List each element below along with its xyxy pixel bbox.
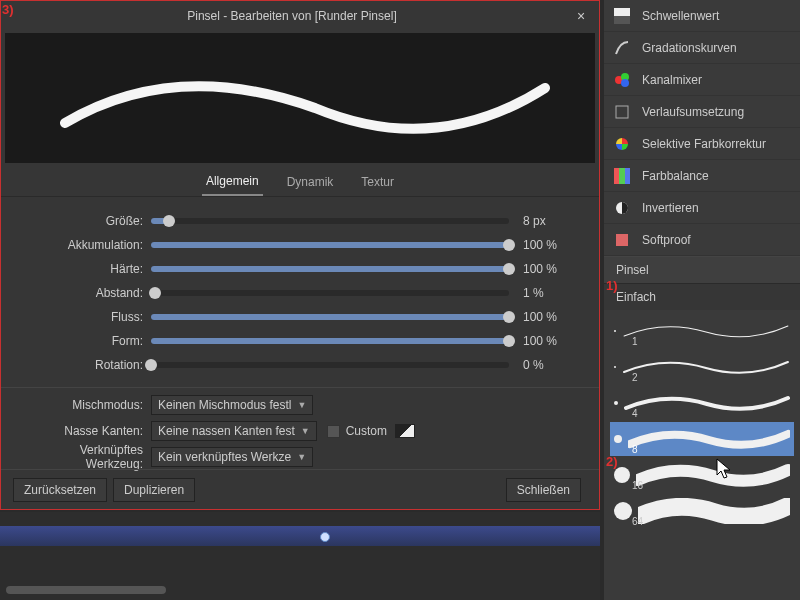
svg-rect-8 [614,168,619,184]
adjustment-label: Verlaufsumsetzung [642,105,744,119]
slider-6[interactable] [151,362,509,368]
brush-list: 1 2 4 8 16 64 [604,310,800,534]
brush-edit-dialog: Pinsel - Bearbeiten von [Runder Pinsel] … [0,0,600,510]
chevron-down-icon: ▼ [297,452,306,462]
adjustment-label: Invertieren [642,201,699,215]
slider-value-4: 100 % [509,310,579,324]
slider-0[interactable] [151,218,509,224]
brush-dot-icon [614,330,616,332]
slider-label-3: Abstand: [21,286,151,300]
adjustment-icon [614,8,630,24]
brush-dot-icon [614,435,622,443]
brush-category[interactable]: Einfach [604,284,800,310]
brush-item-1[interactable]: 1 [610,314,794,348]
adjustment-icon [614,168,630,184]
brush-stroke-icon [624,390,790,416]
right-panel: SchwellenwertGradationskurvenKanalmixerV… [604,0,800,600]
brush-dot-icon [614,366,616,368]
brush-size-label: 4 [632,408,638,419]
brush-size-label: 2 [632,372,638,383]
dialog-footer: Zurücksetzen Duplizieren Schließen [1,469,599,509]
brush-item-2[interactable]: 2 [610,350,794,384]
adjustment-invertieren[interactable]: Invertieren [604,192,800,224]
brush-panel-title[interactable]: Pinsel [604,256,800,284]
slider-2[interactable] [151,266,509,272]
slider-label-5: Form: [21,334,151,348]
brush-dot-icon [614,467,630,483]
titlebar[interactable]: Pinsel - Bearbeiten von [Runder Pinsel] … [1,1,599,31]
slider-label-0: Größe: [21,214,151,228]
svg-rect-9 [619,168,625,184]
slider-value-1: 100 % [509,238,579,252]
adjustment-icon [614,72,630,88]
cursor-icon [716,458,734,480]
tab-texture[interactable]: Textur [357,169,398,195]
brush-item-4[interactable]: 4 [610,386,794,420]
adjustment-kanalmixer[interactable]: Kanalmixer [604,64,800,96]
custom-label: Custom [346,424,387,438]
brush-item-16[interactable]: 16 [610,458,794,492]
adjustments-list: SchwellenwertGradationskurvenKanalmixerV… [604,0,800,256]
tab-general[interactable]: Allgemein [202,168,263,196]
wet-edges-select[interactable]: Keine nassen Kanten fest▼ [151,421,317,441]
tabs: Allgemein Dynamik Textur [1,167,599,197]
slider-value-6: 0 % [509,358,579,372]
svg-point-4 [621,79,629,87]
custom-checkbox[interactable] [327,425,340,438]
adjustment-schwellenwert[interactable]: Schwellenwert [604,0,800,32]
slider-4[interactable] [151,314,509,320]
brush-size-label: 8 [632,444,638,455]
adjustment-label: Selektive Farbkorrektur [642,137,766,151]
tab-dynamic[interactable]: Dynamik [283,169,338,195]
adjustment-label: Kanalmixer [642,73,702,87]
slider-1[interactable] [151,242,509,248]
brush-stroke-icon [638,498,790,524]
slider-value-2: 100 % [509,262,579,276]
wet-label: Nasse Kanten: [21,424,151,438]
brush-item-8[interactable]: 8 [610,422,794,456]
blend-label: Mischmodus: [21,398,151,412]
svg-rect-0 [614,8,630,16]
svg-rect-5 [616,106,628,118]
chevron-down-icon: ▼ [301,426,310,436]
duplicate-button[interactable]: Duplizieren [113,478,195,502]
linked-tool-select[interactable]: Kein verknüpftes Werkze▼ [151,447,313,467]
timeline-playhead[interactable] [320,532,330,542]
chevron-down-icon: ▼ [297,400,306,410]
svg-rect-12 [616,234,628,246]
selects-section: Mischmodus: Keinen Mischmodus festl▼ Nas… [1,387,599,476]
reset-button[interactable]: Zurücksetzen [13,478,107,502]
adjustment-icon [614,232,630,248]
svg-rect-1 [614,16,630,24]
adjustment-icon [614,104,630,120]
adjustment-gradationskurven[interactable]: Gradationskurven [604,32,800,64]
stroke-preview-icon [55,63,555,143]
adjustment-softproof[interactable]: Softproof [604,224,800,256]
svg-rect-10 [625,168,630,184]
blend-mode-select[interactable]: Keinen Mischmodus festl▼ [151,395,313,415]
brush-stroke-icon [622,318,790,344]
timeline-scrollbar[interactable] [6,586,166,594]
dialog-title: Pinsel - Bearbeiten von [Runder Pinsel] [13,9,571,23]
brush-item-64[interactable]: 64 [610,494,794,528]
adjustment-label: Schwellenwert [642,9,719,23]
slider-3[interactable] [151,290,509,296]
brush-stroke-icon [636,462,790,488]
slider-5[interactable] [151,338,509,344]
sliders-section: Größe: 8 pxAkkumulation: 100 %Härte: 100… [1,197,599,383]
annotation-1: 1) [606,278,618,293]
tool-label: Verknüpftes Werkzeug: [21,443,151,471]
slider-label-4: Fluss: [21,310,151,324]
custom-color-swatch[interactable] [395,424,415,438]
timeline-bar[interactable] [0,526,600,546]
timeline [0,512,600,600]
brush-dot-icon [614,401,618,405]
adjustment-farbbalance[interactable]: Farbbalance [604,160,800,192]
close-icon[interactable]: × [571,6,591,26]
adjustment-verlaufsumsetzung[interactable]: Verlaufsumsetzung [604,96,800,128]
brush-preview [5,33,595,163]
adjustment-selektive-farbkorrektur[interactable]: Selektive Farbkorrektur [604,128,800,160]
close-button[interactable]: Schließen [506,478,581,502]
adjustment-label: Farbbalance [642,169,709,183]
svg-rect-6 [616,106,628,118]
